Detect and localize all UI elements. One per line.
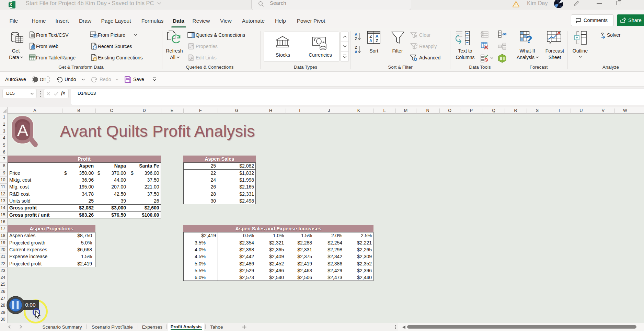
svg-text:Z: Z <box>369 34 372 39</box>
svg-text:X: X <box>10 2 12 7</box>
svg-text:A: A <box>17 121 28 139</box>
svg-text:?: ? <box>526 33 532 46</box>
svg-text:Z: Z <box>355 37 357 41</box>
svg-text:Z: Z <box>376 38 378 43</box>
svg-text:A: A <box>376 34 379 39</box>
svg-text:Z: Z <box>355 45 357 49</box>
svg-text:A: A <box>355 50 357 54</box>
svg-text:A: A <box>369 38 372 43</box>
svg-text:A: A <box>355 32 357 36</box>
